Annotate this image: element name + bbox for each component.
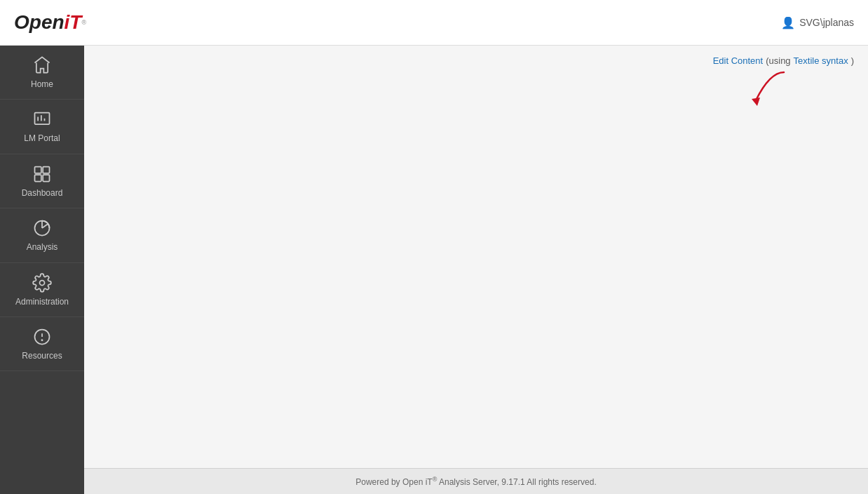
main-layout: Home LM Portal Dashboard <box>0 46 868 494</box>
sidebar: Home LM Portal Dashboard <box>0 46 84 494</box>
svg-rect-7 <box>43 175 49 181</box>
using-text: (using <box>766 55 790 66</box>
sidebar-item-analysis-label: Analysis <box>27 242 58 252</box>
sidebar-item-home-label: Home <box>31 79 53 89</box>
using-close: ) <box>851 55 854 66</box>
arrow-annotation <box>742 65 791 117</box>
sidebar-item-lm-portal-label: LM Portal <box>24 133 60 143</box>
user-info: 👤 SVG\jplanas <box>781 16 854 29</box>
administration-icon <box>32 273 52 293</box>
sidebar-item-dashboard-label: Dashboard <box>22 188 63 198</box>
content-inner: Edit Content (using Textile syntax ) <box>84 46 868 468</box>
sidebar-item-home[interactable]: Home <box>0 46 84 100</box>
content-area: Edit Content (using Textile syntax ) Pow… <box>84 46 868 494</box>
app-header: OpeniT® 👤 SVG\jplanas <box>0 0 868 46</box>
footer: Powered by Open iT® Analysis Server, 9.1… <box>84 468 868 494</box>
svg-rect-5 <box>43 166 49 173</box>
sidebar-item-lm-portal[interactable]: LM Portal <box>0 100 84 154</box>
svg-point-14 <box>41 340 42 340</box>
analysis-icon <box>32 218 52 238</box>
sidebar-item-administration-label: Administration <box>15 297 69 307</box>
dashboard-icon <box>32 164 52 184</box>
svg-marker-15 <box>752 98 760 106</box>
sidebar-item-resources-label: Resources <box>22 351 62 361</box>
logo-reg: ® <box>81 19 86 26</box>
user-icon: 👤 <box>781 16 795 29</box>
logo: OpeniT® <box>14 11 86 34</box>
home-icon <box>32 55 52 75</box>
svg-line-10 <box>42 224 48 228</box>
svg-rect-4 <box>35 166 41 173</box>
svg-point-11 <box>40 280 45 285</box>
footer-text: Powered by Open iT® Analysis Server, 9.1… <box>355 477 596 487</box>
sidebar-item-dashboard[interactable]: Dashboard <box>0 154 84 208</box>
logo-it: iT <box>65 11 82 34</box>
logo-open: Open <box>14 11 65 34</box>
svg-rect-0 <box>35 113 50 124</box>
svg-rect-6 <box>35 175 41 181</box>
lm-portal-icon <box>32 109 52 129</box>
sidebar-item-administration[interactable]: Administration <box>0 263 84 317</box>
edit-content-link[interactable]: Edit Content <box>713 55 764 66</box>
sidebar-item-analysis[interactable]: Analysis <box>0 208 84 262</box>
textile-syntax-link[interactable]: Textile syntax <box>794 55 848 66</box>
username-label: SVG\jplanas <box>799 17 854 28</box>
sidebar-item-resources[interactable]: Resources <box>0 317 84 371</box>
resources-icon <box>32 327 52 347</box>
edit-content-area: Edit Content (using Textile syntax ) <box>713 55 854 66</box>
